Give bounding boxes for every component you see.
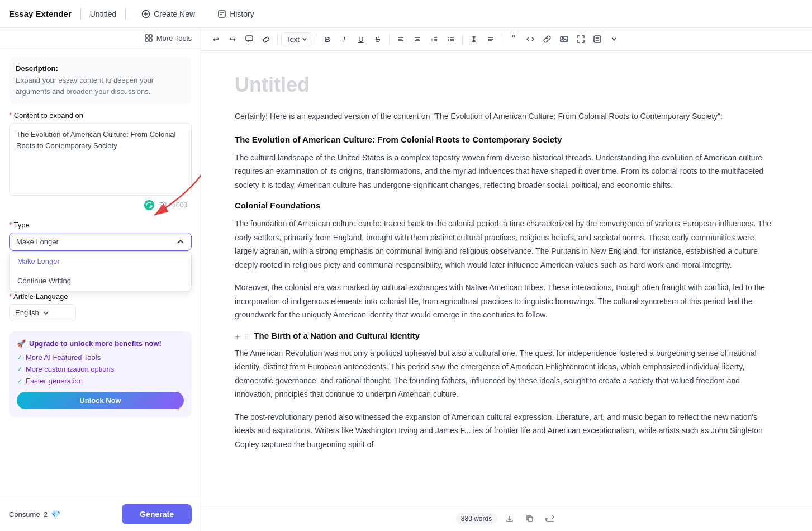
type-section: Type Make Longer Make Longer Continue Wr…	[9, 221, 192, 251]
svg-rect-41	[528, 517, 533, 521]
align-left-button[interactable]	[393, 31, 409, 47]
image-icon	[560, 35, 568, 43]
consume-label: Consume	[9, 510, 40, 519]
textarea-wrapper: 78 / 1000	[9, 123, 192, 213]
expand-toolbar-button[interactable]	[606, 31, 622, 47]
check-icon-3: ✓	[17, 377, 22, 385]
svg-rect-36	[561, 36, 567, 42]
svg-point-28	[448, 39, 449, 40]
text-style-dropdown[interactable]: Text	[281, 32, 312, 46]
description-label: Description:	[16, 64, 185, 73]
svg-point-29	[448, 40, 449, 41]
fullscreen-icon	[577, 35, 585, 43]
plus-circle-icon	[141, 10, 150, 18]
more-tools-button[interactable]: More Tools	[144, 34, 192, 42]
section-heading-1: The Evolution of American Culture: From …	[235, 135, 778, 144]
section-body-3b: The post-revolutionary period also witne…	[235, 410, 778, 452]
svg-rect-12	[246, 36, 253, 41]
upgrade-box: 🚀 Upgrade to unlock more benefits now! ✓…	[9, 331, 192, 417]
chevron-up-icon	[177, 238, 184, 246]
section-heading-2: Colonial Foundations	[235, 201, 778, 210]
dropdown-item-continue-writing[interactable]: Continue Writing	[10, 271, 191, 291]
line-height-button[interactable]	[466, 31, 482, 47]
editor-content[interactable]: Untitled Certainly! Here is an expanded …	[201, 51, 812, 506]
bottom-bar: Consume 2 💎 Generate	[0, 497, 201, 531]
dropdown-item-make-longer[interactable]: Make Longer	[10, 252, 191, 271]
text-align-icon	[487, 35, 495, 43]
brand-name: Essay Extender	[9, 9, 72, 18]
check-icon-1: ✓	[17, 354, 22, 362]
upgrade-feature-3: ✓ Faster generation	[17, 377, 184, 385]
share-icon	[545, 514, 554, 523]
chevron-down-icon	[42, 310, 49, 316]
strikethrough-button[interactable]: S	[370, 31, 386, 47]
language-label: Article Language	[9, 292, 192, 301]
generate-button[interactable]: Generate	[122, 504, 192, 524]
toolbar-separator-2	[316, 34, 316, 45]
align-center-button[interactable]	[410, 31, 425, 47]
underline-button[interactable]: U	[353, 31, 369, 47]
svg-rect-8	[145, 39, 148, 41]
svg-point-10	[144, 200, 154, 210]
char-count: 78 / 1000	[159, 201, 187, 209]
right-panel: ↩ ↪ Text B I U S	[201, 28, 812, 531]
redo-button[interactable]: ↪	[225, 31, 240, 47]
unordered-list-icon	[447, 35, 455, 43]
svg-rect-3	[219, 11, 225, 17]
section-body-3: The American Revolution was not only a p…	[235, 347, 778, 401]
type-dropdown-menu: Make Longer Continue Writing	[9, 251, 192, 291]
unlock-now-button[interactable]: Unlock Now	[17, 392, 184, 409]
document-title: Untitled	[235, 73, 778, 97]
drag-handle[interactable]: ⠿	[244, 333, 249, 341]
bold-button[interactable]: B	[320, 31, 335, 47]
main-layout: More Tools Description: Expand your essa…	[0, 28, 812, 531]
italic-button[interactable]: I	[336, 31, 352, 47]
upgrade-title: 🚀 Upgrade to unlock more benefits now!	[17, 339, 184, 348]
quote-button[interactable]: "	[506, 31, 521, 47]
upgrade-features-list: ✓ More AI Featured Tools ✓ More customiz…	[17, 353, 184, 385]
fullscreen-button[interactable]	[573, 31, 588, 47]
section-body-1: The cultural landscape of the United Sta…	[235, 151, 778, 192]
type-selected-value: Make Longer	[16, 238, 59, 246]
description-text: Expand your essay content to deepen your…	[16, 75, 185, 97]
history-label: History	[230, 10, 254, 18]
comment-button[interactable]	[241, 31, 257, 47]
link-icon	[543, 35, 551, 43]
download-icon	[505, 514, 514, 523]
editor-toolbar: ↩ ↪ Text B I U S	[201, 28, 812, 51]
word-count-bar: 880 words	[201, 506, 812, 531]
more-options-icon	[593, 35, 601, 43]
chevron-down-icon-tb	[302, 36, 307, 42]
content-textarea[interactable]	[9, 123, 192, 196]
link-button[interactable]	[539, 31, 555, 47]
svg-rect-9	[149, 39, 152, 41]
section-plus-icon[interactable]: +	[235, 332, 240, 342]
comment-icon	[245, 35, 253, 43]
unordered-list-button[interactable]	[443, 31, 459, 47]
image-button[interactable]	[556, 31, 572, 47]
top-navigation: Essay Extender Untitled Create New Histo…	[0, 0, 812, 28]
eraser-button[interactable]	[258, 31, 274, 47]
language-dropdown[interactable]: English	[9, 304, 76, 321]
section-body-2b: Moreover, the colonial era was marked by…	[235, 281, 778, 322]
rocket-icon: 🚀	[17, 339, 26, 348]
history-button[interactable]: History	[211, 6, 261, 22]
type-dropdown[interactable]: Make Longer	[9, 233, 192, 251]
word-count-badge: 880 words	[455, 513, 497, 525]
create-new-button[interactable]: Create New	[135, 6, 202, 22]
upgrade-feature-1: ✓ More AI Featured Tools	[17, 353, 184, 362]
ordered-list-button[interactable]: 1.	[426, 31, 442, 47]
toolbar-separator-3	[389, 34, 390, 45]
copy-button[interactable]	[522, 511, 538, 527]
create-new-label: Create New	[154, 10, 195, 18]
share-button[interactable]	[542, 511, 558, 527]
download-button[interactable]	[502, 511, 517, 527]
nav-divider	[80, 8, 81, 20]
svg-rect-6	[145, 35, 148, 37]
code-button[interactable]	[523, 31, 538, 47]
text-align-button[interactable]	[483, 31, 498, 47]
undo-button[interactable]: ↩	[208, 31, 224, 47]
more-options-button[interactable]	[590, 31, 605, 47]
check-icon-2: ✓	[17, 366, 22, 373]
nav-divider-2	[125, 8, 126, 20]
